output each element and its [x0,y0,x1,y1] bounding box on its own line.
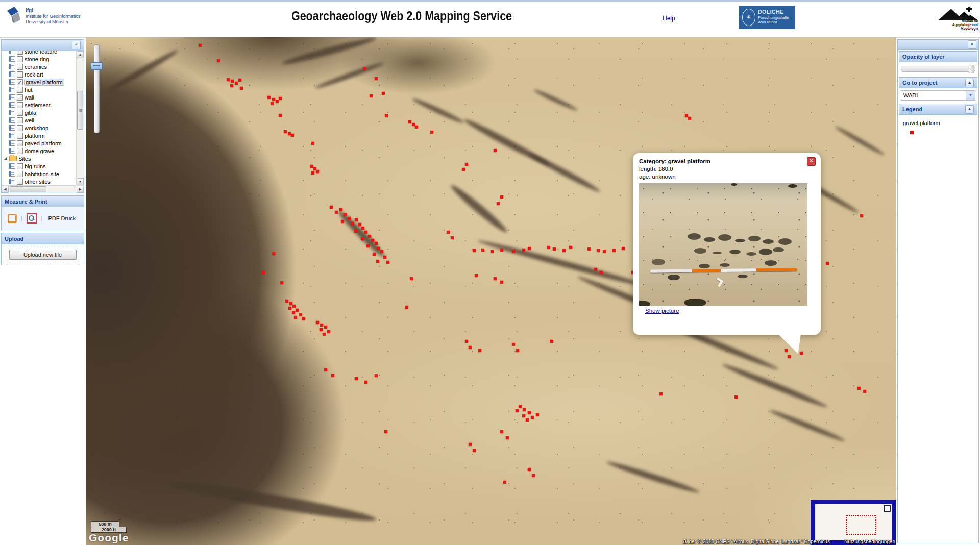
map-marker[interactable] [382,92,385,95]
map-marker[interactable] [271,102,274,105]
map-marker[interactable] [462,168,465,171]
map-marker[interactable] [603,250,606,253]
layer-checkbox[interactable] [17,64,23,70]
map-marker[interactable] [294,316,297,319]
map-marker[interactable] [299,313,302,316]
show-picture-link[interactable]: Show picture [645,308,679,314]
overview-map[interactable]: − [811,500,896,545]
scroll-thumb[interactable] [77,91,83,130]
map-marker[interactable] [302,317,305,320]
map-marker[interactable] [323,333,326,336]
help-link[interactable]: Help [663,15,675,22]
map-marker[interactable] [860,214,863,217]
map-marker[interactable] [324,326,327,329]
map-marker[interactable] [622,247,625,250]
map-marker[interactable] [516,409,519,412]
map-marker[interactable] [526,418,529,422]
map-marker[interactable] [516,349,519,352]
scroll-left-button[interactable]: ◀ [2,186,9,193]
map-marker[interactable] [469,346,472,349]
collapse-right-panel-button[interactable]: » [968,40,976,49]
map-marker[interactable] [523,408,526,411]
map-marker[interactable] [289,302,292,305]
map-marker[interactable] [375,374,378,377]
map-marker[interactable] [291,134,294,137]
opacity-slider-thumb[interactable] [969,65,974,73]
map-marker[interactable] [491,250,494,253]
map-marker[interactable] [330,206,333,209]
map-marker[interactable] [355,218,358,221]
map-marker[interactable] [240,87,243,90]
opacity-slider[interactable] [901,66,975,72]
map-marker[interactable] [478,349,481,352]
map-marker[interactable] [500,281,503,284]
map-marker[interactable] [380,250,383,253]
layer-tree-item[interactable]: stone ring [2,55,84,63]
map-marker[interactable] [272,98,275,101]
layer-tree-item[interactable]: ceramics [2,63,84,70]
map-marker[interactable] [316,321,319,324]
map-marker[interactable] [320,324,323,327]
map-marker[interactable] [532,474,535,477]
map-marker[interactable] [284,130,287,133]
map-marker[interactable] [373,253,376,256]
map-marker[interactable] [857,387,861,390]
layer-checkbox[interactable] [17,87,23,93]
scroll-right-button[interactable]: ▶ [77,186,84,193]
map-marker[interactable] [376,260,379,263]
map-marker[interactable] [473,449,476,452]
map-marker[interactable] [377,247,380,250]
layer-tree-item[interactable]: big ruins [2,162,84,170]
map-marker[interactable] [536,413,539,416]
project-select[interactable]: WADI ▼ [901,90,975,101]
map-marker[interactable] [550,340,553,343]
map-marker[interactable] [354,230,357,233]
map-marker[interactable] [600,271,603,274]
map-marker[interactable] [375,242,378,245]
map-marker[interactable] [612,249,616,252]
map-marker[interactable] [506,436,509,439]
layer-tree-item[interactable]: other sites [2,178,84,185]
layer-checkbox[interactable] [17,148,23,154]
map-marker[interactable] [597,249,600,252]
layer-checkbox[interactable] [17,102,23,108]
map-marker[interactable] [366,244,370,247]
map-marker[interactable] [341,220,344,223]
scroll-down-button[interactable]: ▼ [77,178,84,185]
map-marker[interactable] [375,77,378,80]
layer-checkbox[interactable] [17,94,23,101]
layer-checkbox[interactable] [17,117,23,123]
layer-tree-item[interactable]: settlement [2,101,84,109]
map-marker[interactable] [355,377,358,380]
map-marker[interactable] [231,80,234,83]
layer-tree-folder-sites[interactable]: Sites [2,155,84,162]
map-marker[interactable] [826,262,829,265]
map-marker[interactable] [528,411,531,414]
scroll-thumb-horizontal[interactable] [10,186,46,192]
map-marker[interactable] [279,114,282,117]
map-marker[interactable] [587,247,591,251]
map-marker[interactable] [199,44,202,47]
map-marker[interactable] [288,307,291,310]
layer-tree-item[interactable]: well [2,116,84,124]
layer-tree-item[interactable]: workshop [2,124,84,132]
layer-tree-item[interactable]: paved platform [2,139,84,147]
map-marker[interactable] [547,246,550,249]
map-marker[interactable] [408,120,411,123]
map-marker[interactable] [363,67,366,70]
map-marker[interactable] [238,79,241,82]
map-marker[interactable] [296,309,299,312]
map-marker[interactable] [785,349,788,352]
layer-checkbox[interactable] [17,51,23,55]
map-marker[interactable] [272,252,275,255]
expander-icon[interactable] [4,157,7,160]
map-marker[interactable] [320,328,323,331]
map-marker[interactable] [368,235,371,238]
map-marker[interactable] [371,239,374,242]
map-marker[interactable] [217,59,220,62]
map-marker[interactable] [465,163,468,166]
map-marker[interactable] [685,114,688,117]
collapse-legend-section-button[interactable]: ▴ [965,105,974,114]
map-marker[interactable] [288,132,291,135]
upload-new-file-button[interactable]: Upload new file [9,250,77,260]
